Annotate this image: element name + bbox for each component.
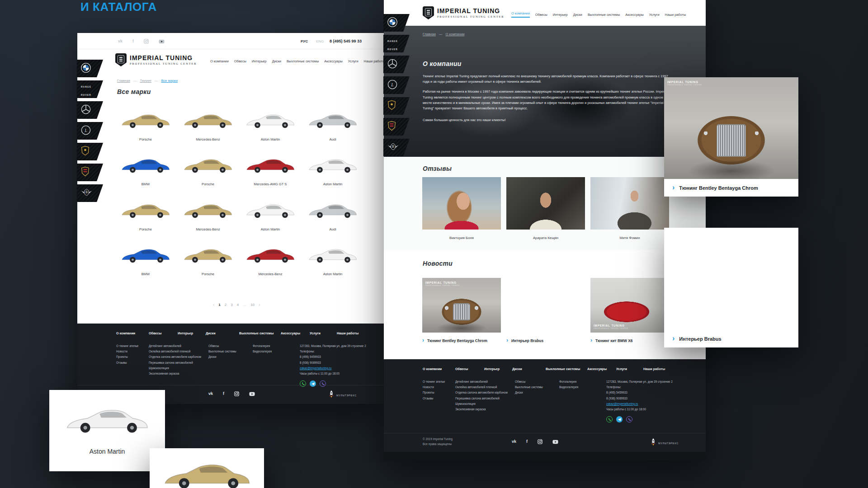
facebook-icon[interactable]: f [526,440,528,444]
footer-nav-about[interactable]: О компании [116,331,135,335]
footer-nav-bodykits[interactable]: Обвесы [149,331,161,335]
sidebar-brand-bmw[interactable] [77,60,103,77]
review-card[interactable]: Арарата Кещян [506,177,585,240]
footer-nav-bodykits[interactable]: Обвесы [455,367,468,371]
sidebar-brand-bmw[interactable] [383,14,410,32]
footer-nav-accessories[interactable]: Аксессуары [281,331,300,335]
aston-martin-card[interactable]: Aston Martin [49,390,165,471]
footer-link[interactable]: Эксклюзивная окраска [455,407,508,412]
sidebar-brand-mercedes-benz[interactable] [77,101,103,119]
footer-link[interactable]: Видеогалерея [253,349,272,354]
sidebar-brand-porsche[interactable] [383,118,410,136]
car-card[interactable]: Mercedes-Benz [179,199,236,232]
footer-link[interactable]: Отзывы [423,396,445,401]
footer-link[interactable]: Новости [116,349,138,354]
vk-icon[interactable]: vk [118,39,123,43]
car-card[interactable]: BMW [117,244,174,277]
agency-logo[interactable]: МУЛЬТЭРЕКС [651,438,679,448]
footer-link[interactable]: Оклейка автомобилей пленкой [149,349,201,354]
pagination-page-1[interactable]: 1 [218,303,220,307]
footer-link[interactable]: Обвесы [208,343,236,349]
bentley-news-card[interactable]: IMPERIAL TUNING PROFESSIONAL TUNING CENT… [664,77,798,197]
news-card[interactable]: IMPERIAL TUNINGPROFESSIONAL TUNING CENTE… [506,278,585,343]
youtube-icon[interactable] [159,39,165,44]
footer-link[interactable]: Фотогалерея [253,343,272,349]
nav-item-about[interactable]: О компании [511,11,530,18]
site-logo[interactable]: IMPERIAL TUNING PROFESSIONAL TUNING CENT… [423,6,504,19]
lang-rus-button[interactable]: РУС [301,39,308,43]
sidebar-brand-lexus[interactable]: L [383,76,410,94]
footer-link[interactable]: Эксклюзивная окраска [149,371,201,376]
vk-icon[interactable]: vk [208,392,213,396]
porsche-card[interactable] [150,448,264,488]
lang-eng-button[interactable]: ENG [316,39,324,43]
site-logo[interactable]: IMPERIAL TUNING PROFESSIONAL TUNING CENT… [115,53,197,66]
car-card[interactable]: Mercedes-Benz [179,109,236,142]
footer-link[interactable]: Диски [515,390,543,395]
nav-item-bodykits[interactable]: Обвесы [535,13,547,17]
car-card[interactable]: Porsche [179,244,236,277]
nav-item-interior[interactable]: Интерьер [553,13,568,17]
pagination-prev[interactable]: ‹ [213,302,214,307]
car-card[interactable]: Porsche [179,154,236,187]
nav-item-about[interactable]: О компании [210,59,229,63]
nav-item-works[interactable]: Наши работы [364,59,385,63]
pagination-page-10[interactable]: 10 [250,303,255,307]
footer-nav-works[interactable]: Наши работы [643,367,665,371]
review-card[interactable]: Митя Фомин [590,177,669,240]
breadcrumb-tuning[interactable]: Тюнинг [140,79,151,83]
footer-link[interactable]: Отделка салона автомобиля карбоном [149,354,201,360]
footer-nav-exhaust[interactable]: Выхлопные системы [239,331,274,335]
nav-item-services[interactable]: Услуги [649,13,660,17]
breadcrumb-home[interactable]: Главная [423,32,436,36]
nav-item-interior[interactable]: Интерьер [252,59,267,63]
footer-link[interactable]: Детейлинг автомобилей [149,343,201,349]
footer-link[interactable]: О тюнинг ателье [423,379,445,385]
footer-nav-wheels[interactable]: Диски [512,367,522,371]
nav-item-wheels[interactable]: Диски [573,13,582,17]
footer-link[interactable]: Диски [208,354,236,360]
sidebar-brand-bentley[interactable]: B [77,184,103,202]
nav-item-bodykits[interactable]: Обвесы [234,59,246,63]
sidebar-brand-lamborghini[interactable] [383,97,410,115]
car-card[interactable]: Mercedes-AMG GT S [242,154,299,187]
whatsapp-icon[interactable] [606,416,613,422]
sidebar-brand-porsche[interactable] [77,164,103,181]
footer-link[interactable]: Новости [423,385,445,390]
viber-icon[interactable] [626,416,632,422]
nav-item-services[interactable]: Услуги [348,59,359,63]
footer-link[interactable]: Проекты [423,390,445,395]
footer-link[interactable]: Отделка салона автомобиля карбоном [455,390,508,395]
car-card[interactable]: Audi [304,199,361,232]
youtube-icon[interactable] [249,392,255,396]
footer-link[interactable]: Оклейка автомобилей пленкой [455,385,508,390]
footer-link[interactable]: Выхлопные системы [208,349,236,354]
sidebar-brand-lexus[interactable]: L [77,122,103,140]
news-card[interactable]: IMPERIAL TUNINGPROFESSIONAL TUNING CENTE… [422,278,501,343]
telegram-icon[interactable] [616,416,623,422]
instagram-icon[interactable] [538,439,542,444]
footer-link[interactable]: Фотогалерея [559,379,578,385]
footer-link[interactable]: Шумоизоляция [455,401,508,407]
pagination-next[interactable]: › [259,302,260,307]
footer-link[interactable]: Обвесы [515,379,543,385]
footer-link[interactable]: Шумоизоляция [149,366,201,371]
sidebar-brand-range-rover[interactable]: RANGEROVER [77,80,103,98]
instagram-icon[interactable] [234,391,239,396]
footer-link[interactable]: О тюнинг ателье [116,343,138,349]
footer-link[interactable]: Проекты [116,354,138,360]
nav-item-accessories[interactable]: Аксессуары [625,13,644,17]
footer-nav-accessories[interactable]: Аксессуары [587,367,607,371]
footer-nav-services[interactable]: Услуги [616,367,627,371]
sidebar-brand-lamborghini[interactable] [77,143,103,160]
footer-link[interactable]: Отзывы [116,360,138,366]
footer-nav-interior[interactable]: Интерьер [178,331,193,335]
pagination-page-3[interactable]: 3 [231,303,232,307]
breadcrumb-home[interactable]: Главная [117,79,130,83]
nav-item-exhaust[interactable]: Выхлопные системы [287,59,319,63]
review-card[interactable]: Виктория Боня [422,177,501,240]
sidebar-brand-bentley[interactable]: B [383,139,410,156]
pagination-page-4[interactable]: 4 [237,303,239,307]
nav-item-works[interactable]: Наши работы [665,13,686,17]
brabus-news-card[interactable]: IMPERIAL TUNING PROFESSIONAL TUNING CENT… [664,228,798,347]
